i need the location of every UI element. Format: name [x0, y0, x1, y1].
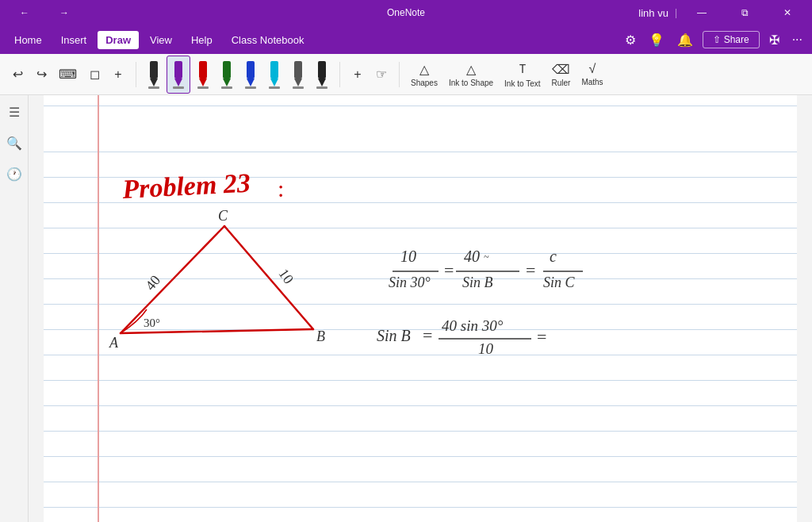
shapes-icon: △: [419, 62, 429, 77]
maths-label: Maths: [581, 78, 603, 86]
pen-red[interactable]: [192, 56, 214, 93]
menu-help[interactable]: Help: [183, 31, 220, 49]
svg-text:40 sin 30°: 40 sin 30°: [442, 317, 504, 334]
pen-blue[interactable]: [239, 56, 262, 93]
ink-to-shape-label: Ink to Shape: [449, 79, 493, 87]
bell-icon[interactable]: 🔔: [674, 29, 696, 51]
pen-red-icon: [195, 59, 211, 90]
svg-text:10: 10: [400, 248, 416, 265]
svg-text:40: 40: [464, 248, 480, 265]
notebook-page[interactable]: Problem 23 : C A B: [44, 95, 797, 522]
pen-black-icon: [146, 59, 162, 90]
svg-rect-2: [148, 86, 159, 89]
title-problem23: Problem 23 :: [121, 168, 284, 204]
triangle-drawing: C A B 40 10 30°: [109, 208, 325, 351]
menu-home[interactable]: Home: [6, 31, 50, 49]
menu-class-notebook[interactable]: Class Notebook: [224, 31, 312, 49]
add-button[interactable]: +: [107, 57, 129, 92]
svg-text:Sin B: Sin B: [462, 274, 493, 290]
redo-button[interactable]: ↪: [30, 57, 52, 92]
minimize-button[interactable]: —: [684, 0, 720, 25]
page-area: Problem 23 : C A B: [29, 95, 812, 522]
eraser-button[interactable]: ◻: [83, 57, 105, 92]
ruler-icon: ⌫: [552, 62, 570, 77]
svg-rect-20: [293, 86, 304, 89]
pen-purple[interactable]: [167, 56, 190, 94]
pen-green[interactable]: [216, 56, 238, 93]
back-button[interactable]: ←: [6, 0, 43, 25]
ink-to-shape-button[interactable]: △ Ink to Shape: [444, 57, 498, 92]
share-icon: ⇧: [713, 34, 721, 45]
more-options-icon[interactable]: ···: [789, 29, 806, 50]
pen-cyan-icon: [266, 59, 282, 90]
forward-button[interactable]: →: [46, 0, 82, 25]
sidebar-recent-icon[interactable]: 🕐: [3, 163, 25, 185]
handwriting-content: Problem 23 : C A B: [44, 95, 797, 522]
touch-icon: ☞: [376, 67, 387, 82]
accessibility-icon[interactable]: ⚙: [622, 29, 639, 51]
add-pen-icon: +: [354, 67, 361, 82]
pen-blue-icon: [243, 59, 259, 90]
svg-text:c: c: [550, 248, 557, 265]
fullscreen-icon[interactable]: ✠: [766, 29, 783, 51]
svg-text:Problem 23: Problem 23: [121, 168, 251, 204]
divider-3: [399, 62, 400, 87]
pen-gray[interactable]: [287, 56, 309, 93]
svg-marker-10: [223, 79, 231, 86]
pen-cyan[interactable]: [263, 56, 285, 93]
svg-text:Sin B: Sin B: [377, 327, 411, 344]
ink-to-text-button[interactable]: Ｔ Ink to Text: [500, 57, 545, 92]
svg-text:=: =: [423, 325, 432, 345]
add-icon: +: [114, 67, 121, 82]
svg-line-28: [121, 329, 313, 333]
svg-rect-18: [294, 61, 302, 79]
svg-text:C: C: [218, 208, 228, 224]
separator: |: [675, 7, 677, 18]
pen-dark[interactable]: [311, 56, 333, 93]
svg-line-27: [224, 226, 313, 329]
svg-marker-22: [318, 79, 326, 86]
user-name: linh vu: [638, 7, 668, 19]
svg-text:10: 10: [276, 266, 297, 286]
svg-marker-19: [294, 79, 302, 86]
svg-text:=: =: [526, 260, 535, 280]
svg-text:A: A: [109, 335, 119, 351]
menu-insert[interactable]: Insert: [53, 31, 95, 49]
menu-draw[interactable]: Draw: [98, 31, 139, 49]
svg-marker-7: [199, 79, 207, 86]
svg-rect-23: [316, 86, 327, 89]
svg-marker-1: [150, 79, 158, 86]
svg-text:~: ~: [484, 251, 489, 263]
svg-rect-11: [221, 86, 232, 89]
pen-black[interactable]: [143, 56, 165, 93]
pen-green-icon: [219, 59, 235, 90]
restore-button[interactable]: ⧉: [726, 0, 763, 25]
close-button[interactable]: ✕: [769, 0, 806, 25]
add-pen-button[interactable]: +: [347, 57, 369, 92]
menubar: Home Insert Draw View Help Class Noteboo…: [0, 25, 812, 54]
svg-marker-4: [174, 79, 182, 86]
titlebar-left: ← →: [6, 0, 82, 25]
lasso-button[interactable]: ⌨: [54, 57, 82, 92]
maths-icon: √: [589, 62, 596, 76]
svg-marker-13: [247, 79, 255, 86]
sidebar-notebooks-icon[interactable]: ☰: [6, 102, 23, 123]
maths-button[interactable]: √ Maths: [576, 57, 607, 92]
svg-rect-9: [223, 61, 231, 79]
pen-gray-icon: [290, 59, 306, 90]
svg-text:40: 40: [142, 272, 163, 294]
svg-text::: :: [278, 175, 284, 202]
main-layout: ☰ 🔍 🕐 Problem 23 :: [0, 95, 812, 522]
share-button[interactable]: ⇧ Share: [703, 31, 760, 48]
lightbulb-icon[interactable]: 💡: [645, 29, 668, 51]
equation-law-of-sines: 10 Sin 30° = 40 ~ Sin B = c: [389, 248, 583, 290]
undo-button[interactable]: ↩: [6, 57, 29, 92]
titlebar: ← → OneNote linh vu | — ⧉ ✕: [0, 0, 812, 25]
sidebar-search-icon[interactable]: 🔍: [3, 132, 25, 154]
shapes-button[interactable]: △ Shapes: [406, 57, 442, 92]
svg-rect-6: [199, 61, 207, 79]
svg-rect-14: [245, 86, 256, 89]
touch-button[interactable]: ☞: [370, 57, 393, 92]
menu-view[interactable]: View: [142, 31, 180, 49]
ruler-button[interactable]: ⌫ Ruler: [546, 57, 575, 92]
